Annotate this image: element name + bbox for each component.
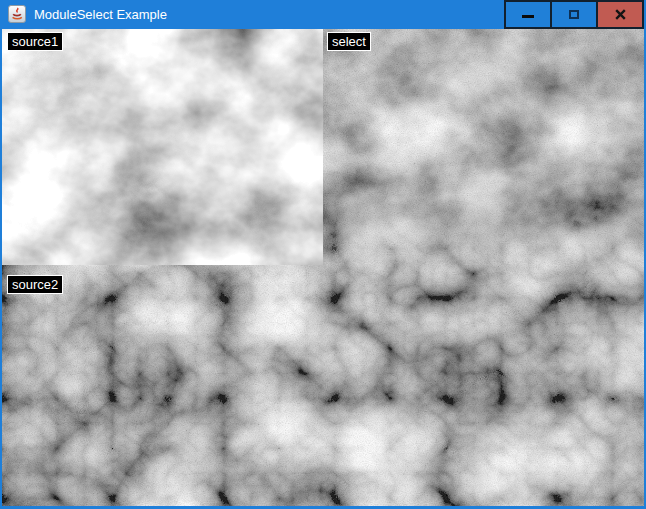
app-window: ModuleSelect Example xyxy=(0,0,646,509)
minimize-icon xyxy=(522,15,534,18)
maximize-icon xyxy=(569,10,579,19)
noise-render-canvas: source1 select source2 xyxy=(2,29,644,506)
source2-label: source2 xyxy=(7,275,63,294)
close-button[interactable] xyxy=(598,2,642,27)
select-label: select xyxy=(327,32,371,51)
titlebar[interactable]: ModuleSelect Example xyxy=(0,0,646,29)
source1-inset-texture xyxy=(2,29,323,265)
window-controls xyxy=(504,0,644,29)
source1-label: source1 xyxy=(7,32,63,51)
java-app-icon[interactable] xyxy=(8,5,26,23)
minimize-button[interactable] xyxy=(506,2,550,27)
close-icon xyxy=(614,8,627,21)
window-title: ModuleSelect Example xyxy=(34,0,167,29)
maximize-button[interactable] xyxy=(552,2,596,27)
